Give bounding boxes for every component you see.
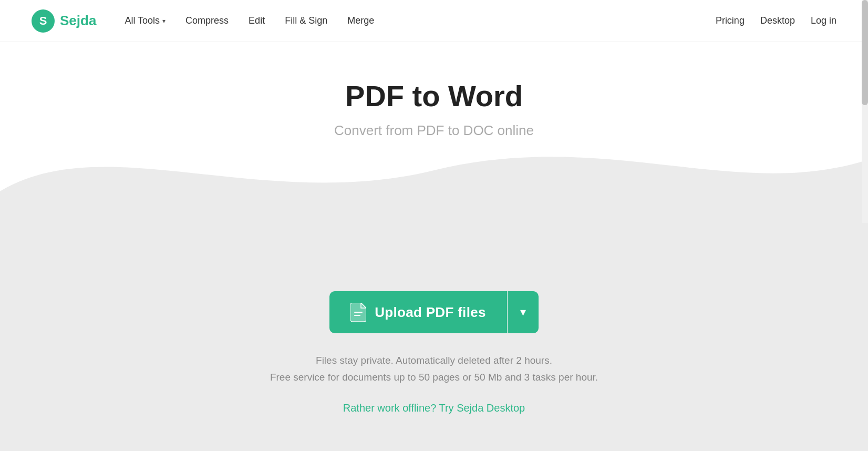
header: S Sejda All Tools ▾ Compress Edit Fill &… [0, 0, 868, 42]
wave-container: Upload PDF files ▾ Files stay private. A… [0, 107, 868, 451]
page-subtitle: Convert from PDF to DOC online [334, 122, 534, 139]
page-title: PDF to Word [345, 79, 523, 113]
header-right: Pricing Desktop Log in [716, 15, 836, 26]
main-nav: All Tools ▾ Compress Edit Fill & Sign Me… [117, 11, 381, 30]
chevron-down-icon: ▾ [162, 17, 166, 25]
nav-item-all-tools[interactable]: All Tools ▾ [117, 11, 173, 30]
pricing-link[interactable]: Pricing [716, 15, 745, 26]
info-line-2: Free service for documents up to 50 page… [270, 369, 598, 386]
upload-button-wrapper: Upload PDF files ▾ [329, 291, 538, 333]
nav-item-compress[interactable]: Compress [178, 11, 236, 30]
content-area: Upload PDF files ▾ Files stay private. A… [0, 223, 868, 451]
logo[interactable]: S Sejda [32, 9, 96, 33]
nav-item-merge[interactable]: Merge [340, 11, 381, 30]
logo-text: Sejda [60, 13, 96, 29]
upload-dropdown-button[interactable]: ▾ [508, 291, 539, 333]
chevron-down-icon: ▾ [520, 305, 526, 319]
nav-item-fill-sign[interactable]: Fill & Sign [277, 11, 335, 30]
pdf-file-icon [350, 303, 366, 322]
offline-desktop-link[interactable]: Rather work offline? Try Sejda Desktop [343, 402, 525, 414]
nav-item-edit[interactable]: Edit [241, 11, 272, 30]
info-line-1: Files stay private. Automatically delete… [270, 352, 598, 369]
login-link[interactable]: Log in [811, 15, 836, 26]
upload-pdf-button[interactable]: Upload PDF files [329, 291, 507, 333]
logo-icon: S [32, 9, 55, 33]
scrollbar-thumb[interactable] [862, 0, 868, 105]
header-left: S Sejda All Tools ▾ Compress Edit Fill &… [32, 9, 381, 33]
upload-button-label: Upload PDF files [375, 304, 485, 321]
main-content: PDF to Word Convert from PDF to DOC onli… [0, 42, 868, 451]
desktop-link[interactable]: Desktop [760, 15, 795, 26]
info-text: Files stay private. Automatically delete… [270, 352, 598, 386]
